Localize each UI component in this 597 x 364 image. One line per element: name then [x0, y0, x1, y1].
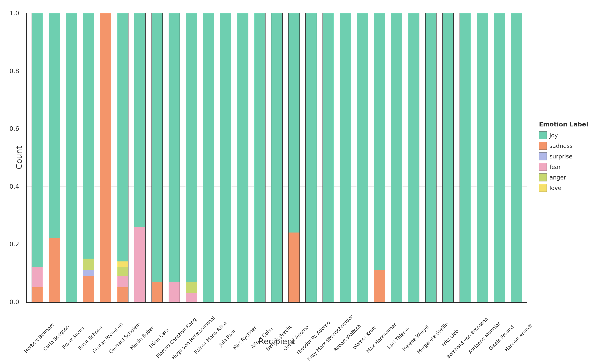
x-tick-label: Herbert Belmore — [23, 322, 55, 354]
bar-segment-joy — [460, 13, 471, 302]
bar-stack — [511, 13, 522, 302]
bar-group: Rainer Maria Rilke — [200, 13, 217, 302]
bar-stack — [49, 13, 60, 302]
y-tick-label: 0.4 — [9, 183, 19, 190]
legend-item-surprise: surprise — [539, 153, 588, 160]
bar-stack — [169, 13, 180, 302]
y-tick-label: 0.2 — [9, 241, 19, 248]
bar-stack — [408, 13, 419, 302]
bar-stack — [31, 13, 43, 302]
bar-stack — [271, 13, 283, 302]
x-tick-label: Gustav Wyneken — [91, 321, 124, 354]
bar-stack — [494, 13, 505, 302]
legend-swatch-sadness — [539, 142, 547, 150]
bar-segment-joy — [134, 13, 145, 227]
bar-segment-love — [117, 262, 128, 267]
legend-items: joysadnesssurprisefearangerlove — [539, 132, 588, 192]
bar-segment-fear — [169, 282, 180, 302]
chart-area: Count Recipient Herbert BelmoreCarla Sel… — [26, 13, 527, 303]
bar-group: Gustav Wyneken — [98, 13, 114, 302]
bar-group: Gerhard Scholem — [115, 13, 131, 302]
bar-segment-joy — [32, 13, 43, 267]
legend-item-love: love — [539, 184, 588, 192]
bar-segment-anger — [83, 259, 94, 270]
bar-segment-joy — [203, 13, 214, 302]
legend-label-fear: fear — [550, 164, 561, 170]
bar-group: Ernst Schoen — [80, 13, 97, 302]
bar-group: Bernhard von Brentano — [457, 13, 473, 302]
bar-segment-joy — [357, 13, 368, 302]
bar-segment-joy — [391, 13, 402, 302]
bar-group: Werner Kraft — [354, 13, 370, 302]
bar-segment-fear — [32, 267, 43, 287]
bar-stack — [306, 13, 317, 302]
bar-segment-joy — [408, 13, 419, 302]
legend-swatch-love — [539, 184, 547, 192]
bar-segment-joy — [443, 13, 454, 302]
bar-segment-sadness — [374, 270, 385, 302]
bar-stack — [100, 13, 111, 302]
bar-segment-joy — [511, 13, 522, 302]
bar-segment-joy — [152, 13, 163, 282]
bar-segment-joy — [186, 13, 197, 282]
bar-group: Kitty Marx-Steinschneider — [320, 13, 336, 302]
bar-group: Adrienne Monnier — [474, 13, 490, 302]
bar-segment-joy — [254, 13, 265, 302]
bar-segment-joy — [374, 13, 385, 270]
legend-item-sadness: sadness — [539, 142, 588, 150]
bar-group: Karl Thieme — [388, 13, 405, 302]
bar-group: Herbert Belmore — [29, 13, 45, 302]
bar-segment-joy — [289, 13, 299, 232]
legend-label-surprise: surprise — [550, 153, 573, 160]
legend-label-sadness: sadness — [550, 143, 573, 149]
bar-stack — [83, 13, 94, 302]
legend-label-joy: joy — [550, 132, 558, 139]
bar-group: Alfred Cohn — [252, 13, 268, 302]
bar-segment-sadness — [152, 282, 163, 302]
bar-segment-sadness — [83, 276, 94, 302]
bar-stack — [254, 13, 266, 302]
bar-group: Martin Buber — [132, 13, 148, 302]
bar-segment-joy — [271, 13, 282, 302]
bar-stack — [425, 13, 437, 302]
x-tick-label: Adrienne Monnier — [467, 321, 501, 355]
legend-swatch-joy — [539, 132, 547, 139]
chart-container: Count Recipient Herbert BelmoreCarla Sel… — [0, 0, 597, 364]
bar-segment-joy — [237, 13, 248, 302]
bar-group: Fritz Lieb — [440, 13, 456, 302]
bar-segment-sadness — [49, 238, 60, 302]
bar-group: Gisele Freund — [491, 13, 508, 302]
bar-segment-fear — [117, 276, 128, 287]
bar-segment-joy — [169, 13, 180, 282]
bar-segment-fear — [134, 227, 145, 302]
bar-segment-joy — [477, 13, 488, 302]
bar-group: Robert Weltsch — [337, 13, 353, 302]
legend-item-fear: fear — [539, 163, 588, 171]
legend-item-joy: joy — [539, 132, 588, 139]
bar-stack — [134, 13, 146, 302]
bar-stack — [340, 13, 351, 302]
bar-group: Max Rychner — [235, 13, 251, 302]
bar-segment-surprise — [83, 270, 94, 276]
bar-group: Margarete Steffin — [423, 13, 439, 302]
bar-stack — [442, 13, 454, 302]
bar-group: Max Horkheimer — [371, 13, 388, 302]
legend-swatch-fear — [539, 163, 547, 171]
bar-segment-joy — [49, 13, 60, 238]
bar-stack — [477, 13, 488, 302]
bar-group: Franz Sachs — [63, 13, 79, 302]
bar-stack — [186, 13, 197, 302]
legend-title: Emotion Label — [539, 121, 588, 128]
bar-stack — [66, 13, 77, 302]
bar-stack — [151, 13, 163, 302]
bar-stack — [374, 13, 385, 302]
bar-segment-joy — [306, 13, 317, 302]
legend-swatch-anger — [539, 174, 547, 181]
bar-stack — [460, 13, 471, 302]
bar-segment-anger — [186, 282, 197, 293]
bar-stack — [288, 13, 300, 302]
bar-group: Helene Weigel — [406, 13, 422, 302]
bar-segment-joy — [66, 13, 77, 302]
x-tick-label: Theodor W. Adorno — [295, 320, 331, 356]
y-tick-label: 0.6 — [9, 125, 19, 132]
